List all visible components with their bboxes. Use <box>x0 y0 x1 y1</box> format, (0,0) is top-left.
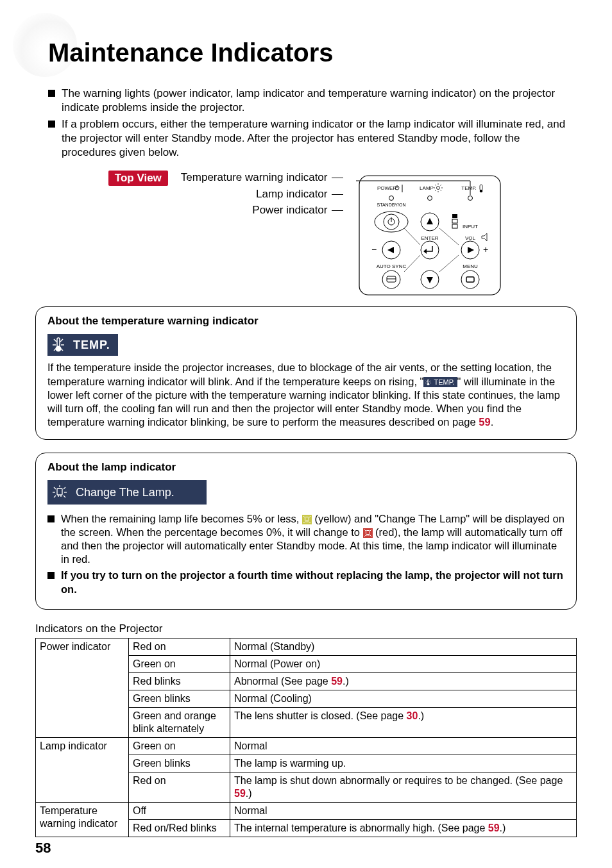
panel-standby-label: STANDBY/ON <box>377 203 406 207</box>
bullet-square-icon <box>47 515 55 522</box>
table-row: Temperature warning indicatorOffNormal <box>36 802 577 819</box>
page-ref[interactable]: 59 <box>331 676 343 687</box>
panel-temp-label: TEMP. <box>462 185 477 191</box>
svg-text:INPUT: INPUT <box>463 224 478 230</box>
svg-line-55 <box>54 339 56 342</box>
thermometer-icon <box>50 337 67 353</box>
svg-line-76 <box>64 496 65 497</box>
svg-point-14 <box>480 190 483 193</box>
indicator-label-power: Power indicator <box>181 202 343 219</box>
indicator-desc-cell: Normal (Cooling) <box>230 690 577 707</box>
svg-rect-31 <box>452 224 457 228</box>
indicator-desc-cell: The lamp is warming up. <box>230 755 577 772</box>
svg-line-71 <box>54 487 56 489</box>
svg-marker-28 <box>427 218 433 224</box>
intro-bullet-text: The warning lights (power indicator, lam… <box>62 87 577 115</box>
top-view-diagram: Top View Temperature warning indicator L… <box>35 169 577 297</box>
lamp-heading: About the lamp indicator <box>47 461 565 474</box>
indicator-desc-cell: Normal <box>230 737 577 755</box>
svg-text:+: + <box>483 244 488 255</box>
panel-button-menu <box>461 271 479 288</box>
bullet-square-icon <box>48 121 55 128</box>
panel-enter-label: ENTER <box>421 235 439 241</box>
lamp-bullet-2-text: If you try to turn on the projector a fo… <box>61 569 565 596</box>
svg-rect-13 <box>480 185 482 190</box>
svg-line-51 <box>404 255 420 272</box>
indicator-state-cell: Green on <box>129 655 230 672</box>
intro-bullet-list: The warning lights (power indicator, lam… <box>35 87 577 160</box>
page-ref[interactable]: 30 <box>407 710 418 721</box>
svg-point-4 <box>437 187 440 190</box>
panel-input-icon: INPUT <box>452 214 478 230</box>
panel-button-autosync <box>382 271 400 288</box>
indicator-state-cell: Red blinks <box>129 672 230 690</box>
indicator-name-cell: Lamp indicator <box>36 737 129 802</box>
indicators-table: Power indicatorRed onNormal (Standby)Gre… <box>35 638 577 837</box>
page-title: Maintenance Indicators <box>48 38 577 67</box>
lamp-yellow-icon <box>302 515 312 524</box>
indicator-state-cell: Red on <box>129 772 230 802</box>
indicator-state-cell: Red on <box>129 638 230 655</box>
svg-rect-30 <box>452 219 457 223</box>
svg-line-63 <box>426 380 427 381</box>
indicator-desc-cell: Normal (Power on) <box>230 655 577 672</box>
lamp-badge: Change The Lamp. <box>47 480 207 505</box>
temperature-paragraph: If the temperature inside the projector … <box>47 361 565 429</box>
lamp-icon <box>51 484 68 501</box>
intro-bullet: The warning lights (power indicator, lam… <box>48 87 577 115</box>
panel-vol-label: VOL <box>465 235 476 241</box>
table-caption: Indicators on the Projector <box>35 622 577 635</box>
svg-line-49 <box>404 228 420 245</box>
svg-marker-36 <box>387 247 394 253</box>
intro-bullet: If a problem occurs, either the temperat… <box>48 117 577 160</box>
svg-point-15 <box>389 196 394 201</box>
lamp-badge-text: Change The Lamp. <box>76 486 174 499</box>
svg-line-9 <box>435 185 436 186</box>
indicator-state-cell: Green on <box>129 737 230 755</box>
thermometer-mini-icon <box>425 379 432 386</box>
svg-line-75 <box>54 496 56 497</box>
indicator-state-cell: Green blinks <box>129 755 230 772</box>
svg-rect-53 <box>57 338 60 347</box>
indicator-name-cell: Temperature warning indicator <box>36 802 129 837</box>
page-ref-59[interactable]: 59 <box>479 416 490 428</box>
panel-button-standby <box>375 212 408 232</box>
panel-menu-label: MENU <box>463 263 478 269</box>
svg-point-17 <box>468 196 473 201</box>
panel-button-down <box>421 271 439 288</box>
svg-line-12 <box>441 190 442 192</box>
svg-point-42 <box>382 271 400 288</box>
panel-button-up <box>421 213 439 231</box>
indicator-desc-cell: Normal (Standby) <box>230 638 577 655</box>
svg-line-72 <box>64 487 65 489</box>
indicator-label-lamp: Lamp indicator <box>181 186 343 203</box>
indicator-desc-cell: Normal <box>230 802 577 819</box>
table-row: Lamp indicatorGreen onNormal <box>36 737 577 755</box>
temperature-heading: About the temperature warning indicator <box>47 315 565 328</box>
indicator-label-temp: Temperature warning indicator <box>181 169 343 186</box>
indicator-desc-cell: The lamp is shut down abnormally or requ… <box>230 772 577 802</box>
lamp-bullet-1-text: When the remaining lamp life becomes 5% … <box>61 512 565 566</box>
panel-autosync-label: AUTO SYNC <box>377 263 407 269</box>
svg-rect-29 <box>452 214 457 218</box>
lamp-red-icon <box>363 528 373 538</box>
indicator-desc-cell: Abnormal (See page 59.) <box>230 672 577 690</box>
page-ref[interactable]: 59 <box>488 822 500 833</box>
bullet-square-icon <box>48 90 55 97</box>
top-view-badge: Top View <box>108 171 168 186</box>
svg-point-47 <box>461 271 479 288</box>
svg-rect-67 <box>57 488 62 495</box>
svg-marker-46 <box>427 277 433 283</box>
panel-button-enter <box>421 241 439 259</box>
lamp-bullet-2: If you try to turn on the projector a fo… <box>47 569 565 596</box>
indicator-desc-cell: The lens shutter is closed. (See page 30… <box>230 707 577 737</box>
page-ref[interactable]: 59 <box>234 788 246 799</box>
svg-rect-48 <box>466 277 474 282</box>
indicator-labels: Temperature warning indicator Lamp indic… <box>181 169 343 219</box>
svg-line-56 <box>60 339 63 342</box>
svg-marker-38 <box>423 249 427 254</box>
svg-line-11 <box>435 190 436 192</box>
svg-rect-61 <box>428 380 429 383</box>
control-panel-diagram: POWER LAMP TEMP. STANDBY/ON <box>356 169 504 297</box>
panel-lamp-label: LAMP <box>420 185 434 191</box>
